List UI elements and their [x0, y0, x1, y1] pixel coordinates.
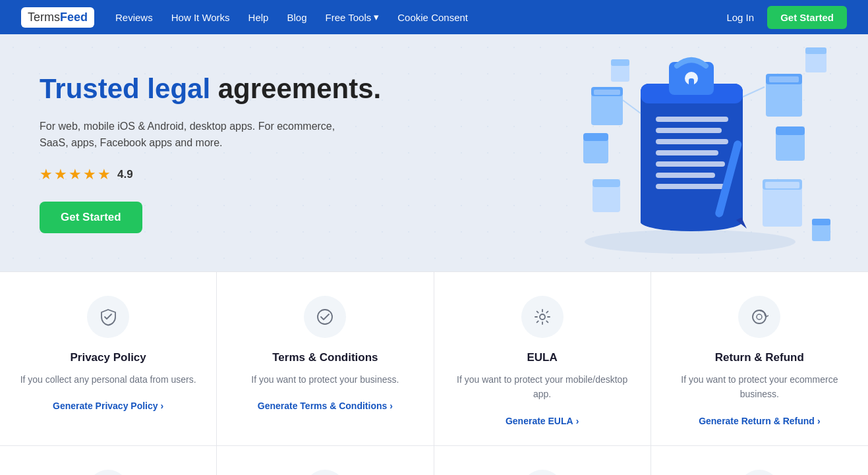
svg-rect-7 — [656, 139, 728, 144]
gear-icon — [533, 308, 552, 326]
dropdown-icon: ▾ — [374, 11, 379, 23]
card-cookie-policy — [0, 446, 217, 475]
rating-value: 4.9 — [117, 168, 133, 181]
svg-point-40 — [318, 310, 332, 324]
card-return-refund: Return & Refund If you want to protect y… — [651, 272, 868, 446]
return-icon-wrap — [738, 296, 780, 338]
nav-how-it-works[interactable]: How It Works — [171, 12, 230, 23]
nav-reviews[interactable]: Reviews — [115, 12, 153, 23]
card-terms-conditions: Terms & Conditions If you want to protec… — [217, 272, 434, 446]
eula-chevron — [576, 416, 579, 426]
eula-title: EULA — [453, 351, 632, 364]
logo-brand: Terms — [28, 11, 60, 24]
terms-desc: If you want to protect your business. — [235, 372, 415, 387]
nav-links: Reviews How It Works Help Blog Free Tool… — [115, 11, 726, 23]
svg-rect-27 — [776, 132, 805, 161]
hero-content: Trusted legal agreements. For web, mobil… — [40, 72, 381, 233]
svg-rect-19 — [594, 90, 620, 95]
hero-section: Trusted legal agreements. For web, mobil… — [0, 34, 868, 271]
terms-chevron — [390, 401, 393, 411]
shield-icon — [99, 308, 117, 326]
svg-rect-10 — [656, 173, 715, 178]
privacy-policy-title: Privacy Policy — [18, 351, 198, 364]
card-privacy-policy: Privacy Policy If you collect any person… — [0, 272, 217, 446]
terms-link[interactable]: Generate Terms & Conditions — [258, 401, 393, 411]
return-desc: If you want to protect your ecommerce bu… — [670, 372, 850, 402]
hero-cta-button[interactable]: Get Started — [40, 202, 142, 233]
privacy-policy-link[interactable]: Generate Privacy Policy — [53, 401, 163, 411]
nav-cta-button[interactable]: Get Started — [767, 6, 847, 29]
svg-rect-4 — [641, 212, 743, 224]
svg-rect-20 — [583, 138, 608, 163]
eula-link[interactable]: Generate EULA — [506, 416, 579, 426]
disclaimer-icon-wrap — [304, 470, 346, 475]
checkmark-circle-icon — [316, 308, 334, 326]
svg-rect-29 — [763, 187, 802, 227]
card-disclaimer — [217, 446, 434, 475]
svg-rect-35 — [805, 47, 826, 54]
svg-point-0 — [585, 230, 796, 254]
cards-grid-bottom — [0, 446, 868, 475]
svg-rect-37 — [812, 219, 830, 225]
svg-rect-17 — [591, 94, 623, 125]
return-title: Return & Refund — [670, 351, 850, 364]
terms-title: Terms & Conditions — [235, 351, 415, 364]
svg-rect-26 — [769, 76, 799, 82]
svg-point-43 — [757, 314, 762, 320]
nav-cookie-consent[interactable]: Cookie Consent — [397, 12, 468, 23]
svg-rect-11 — [656, 184, 728, 189]
svg-rect-8 — [656, 150, 718, 155]
svg-rect-31 — [765, 182, 799, 188]
cards-section: Privacy Policy If you collect any person… — [0, 271, 868, 475]
nav-blog[interactable]: Blog — [287, 12, 306, 23]
svg-rect-16 — [689, 78, 694, 86]
svg-rect-22 — [593, 184, 620, 212]
return-chevron — [817, 416, 821, 426]
nav-actions: Log In Get Started — [726, 6, 847, 29]
svg-point-41 — [540, 314, 545, 320]
svg-rect-33 — [611, 59, 629, 66]
illus-container — [545, 47, 848, 258]
hero-title-blue: Trusted legal — [40, 73, 210, 104]
privacy-policy-icon-wrap — [87, 296, 129, 338]
svg-rect-32 — [611, 63, 629, 82]
nav-help[interactable]: Help — [248, 12, 269, 23]
svg-rect-9 — [656, 161, 725, 167]
eula-icon-wrap — [521, 296, 564, 338]
eula-desc: If you want to protect your mobile/deskt… — [453, 372, 632, 402]
cookie-icon-wrap — [87, 470, 129, 475]
document-icon-wrap — [738, 470, 780, 475]
svg-rect-5 — [656, 117, 728, 122]
login-link[interactable]: Log In — [726, 12, 754, 23]
svg-rect-28 — [776, 126, 805, 135]
nav-free-tools[interactable]: Free Tools ▾ — [326, 11, 380, 23]
refresh-icon — [750, 308, 768, 326]
card-document — [651, 446, 868, 475]
svg-rect-23 — [593, 179, 620, 187]
rating-row: ★★★★★ 4.9 — [40, 166, 381, 183]
return-link[interactable]: Generate Return & Refund — [699, 416, 820, 426]
card-portfolio — [434, 446, 651, 475]
svg-rect-34 — [805, 51, 826, 72]
logo[interactable]: TermsFeed — [21, 7, 94, 28]
terms-icon-wrap — [304, 296, 346, 338]
card-eula: EULA If you want to protect your mobile/… — [434, 272, 651, 446]
hero-title-rest: agreements. — [210, 73, 381, 104]
svg-line-38 — [623, 100, 641, 113]
portfolio-icon-wrap — [521, 470, 564, 475]
privacy-policy-desc: If you collect any personal data from us… — [18, 372, 198, 387]
svg-rect-24 — [766, 80, 802, 117]
svg-rect-21 — [583, 133, 608, 141]
logo-suffix: Feed — [60, 11, 88, 24]
cards-grid: Privacy Policy If you collect any person… — [0, 271, 868, 446]
privacy-policy-chevron — [161, 401, 164, 411]
svg-line-39 — [743, 87, 765, 97]
svg-rect-36 — [812, 223, 830, 241]
hero-illustration — [525, 34, 868, 271]
svg-rect-6 — [656, 128, 722, 133]
hero-subtitle: For web, mobile iOS & Android, desktop a… — [40, 118, 343, 152]
star-icons: ★★★★★ — [40, 166, 112, 183]
navbar: TermsFeed Reviews How It Works Help Blog… — [0, 0, 868, 34]
hero-svg — [545, 47, 848, 258]
hero-title: Trusted legal agreements. — [40, 72, 381, 105]
